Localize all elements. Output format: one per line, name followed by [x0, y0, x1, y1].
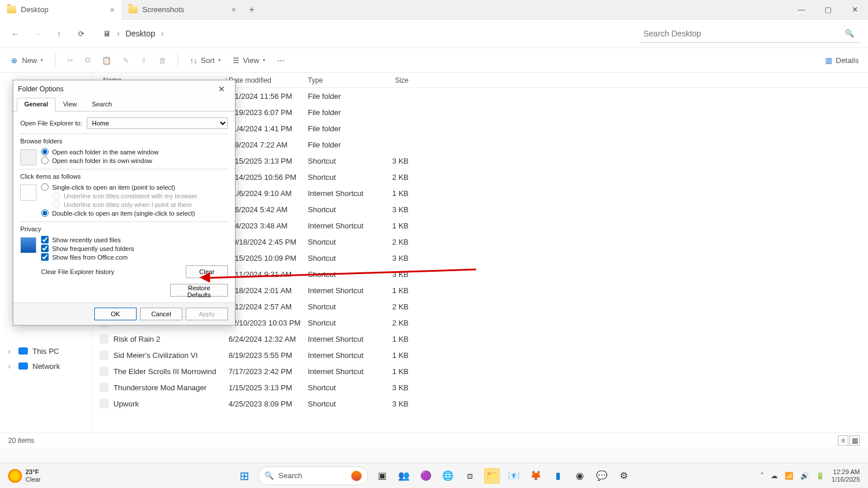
close-icon[interactable]: ×	[110, 5, 115, 14]
table-row[interactable]: Thunderstore Mod Manager1/15/2025 3:13 P…	[93, 379, 868, 395]
clear-button[interactable]: Clear	[186, 265, 228, 278]
open-explorer-select[interactable]: Home	[87, 117, 228, 129]
close-icon[interactable]: ×	[231, 5, 236, 14]
table-row[interactable]: Upwork4/25/2023 8:09 PMShortcut3 KB	[93, 395, 868, 412]
chevron-right-icon[interactable]: ›	[161, 29, 164, 38]
open-explorer-label: Open File Explorer to:	[20, 120, 82, 127]
clock[interactable]: 12:29 AM 1/16/2025	[832, 468, 860, 482]
privacy-title: Privacy	[20, 225, 228, 232]
file-type: Internet Shortcut	[308, 351, 373, 360]
tree-network[interactable]: › Network	[0, 358, 92, 374]
new-tab-button[interactable]: +	[243, 5, 260, 15]
ok-button[interactable]: OK	[94, 308, 137, 320]
radio-double-click[interactable]: Double-click to open an item (single-cli…	[41, 209, 228, 217]
explorer-icon[interactable]: 📁	[484, 468, 500, 484]
tab-general[interactable]: General	[17, 98, 56, 112]
tab-screenshots[interactable]: Screenshots ×	[122, 0, 243, 20]
up-button[interactable]: ↑	[53, 29, 65, 38]
tree-this-pc[interactable]: › This PC	[0, 343, 92, 358]
cut-button[interactable]: ✂	[67, 56, 73, 65]
check-office-files[interactable]: Show files from Office.com	[41, 253, 228, 261]
back-button[interactable]: ←	[9, 29, 21, 38]
radio-same-window[interactable]: Open each folder in the same window	[41, 148, 228, 156]
start-button[interactable]: ⊞	[236, 468, 252, 484]
grid-view-toggle[interactable]: ▦	[849, 435, 860, 446]
check-recent-files[interactable]: Show recently used files	[41, 236, 228, 243]
file-icon	[100, 367, 109, 376]
table-row[interactable]: Risk of Rain 26/24/2024 12:32 AMInternet…	[93, 331, 868, 347]
col-size[interactable]: Size	[373, 76, 413, 84]
paste-icon: 📋	[102, 56, 111, 65]
teams-icon[interactable]: 👥	[396, 468, 412, 484]
task-view-button[interactable]: ▣	[374, 468, 390, 484]
taskbar-search[interactable]: 🔍 Search	[258, 467, 368, 485]
details-pane-button[interactable]: ▥ Details	[825, 56, 859, 65]
tab-desktop[interactable]: Desktop ×	[0, 0, 122, 20]
col-type[interactable]: Type	[308, 76, 373, 84]
delete-button[interactable]: 🗑	[159, 56, 166, 65]
tray-chevron-icon[interactable]: ˄	[760, 472, 764, 480]
chevron-right-icon: ›	[117, 29, 120, 38]
minimize-button[interactable]: —	[788, 0, 815, 20]
close-window-button[interactable]: ✕	[841, 0, 868, 20]
refresh-button[interactable]: ⟳	[75, 29, 87, 38]
details-view-toggle[interactable]: ≡	[838, 435, 848, 446]
file-type: Shortcut	[308, 238, 373, 246]
rename-button[interactable]: ✎	[123, 56, 129, 65]
dialog-close-button[interactable]: ✕	[213, 84, 230, 94]
table-row[interactable]: The Elder Scrolls III Morrowind7/17/2023…	[93, 363, 868, 379]
address-bar[interactable]: 🖥 › Desktop ›	[103, 29, 164, 38]
firefox-icon[interactable]: 🦊	[528, 468, 544, 484]
wifi-icon[interactable]: 📶	[785, 472, 793, 480]
weather-icon	[8, 469, 22, 483]
file-date: 1/15/2025 3:13 PM	[229, 157, 308, 165]
chat-icon[interactable]: 💬	[594, 468, 610, 484]
more-button[interactable]: ⋯	[277, 56, 285, 65]
view-button[interactable]: ☰ View ▾	[233, 56, 266, 65]
sort-button[interactable]: ↑↓ Sort ▾	[190, 56, 221, 65]
file-type: Shortcut	[308, 254, 373, 263]
restore-defaults-button[interactable]: Restore Defaults	[170, 284, 228, 297]
new-button[interactable]: ⊕ New ▾	[9, 56, 43, 65]
chevron-right-icon[interactable]: ›	[8, 347, 14, 356]
file-icon	[100, 383, 109, 392]
breadcrumb[interactable]: Desktop	[126, 29, 155, 38]
dialog-title: Folder Options	[18, 85, 64, 93]
tab-view[interactable]: View	[56, 98, 84, 111]
paste-button[interactable]: 📋	[102, 56, 111, 65]
maximize-button[interactable]: ▢	[815, 0, 841, 20]
col-date[interactable]: Date modified	[229, 76, 308, 84]
search-icon[interactable]: 🔍	[845, 29, 854, 38]
settings-icon[interactable]: ⚙	[616, 468, 632, 484]
radio-single-click[interactable]: Single-click to open an item (point to s…	[41, 183, 228, 191]
search-box[interactable]: 🔍	[639, 24, 859, 43]
navigation-bar: ← → ↑ ⟳ 🖥 › Desktop › 🔍	[0, 20, 868, 47]
onedrive-icon[interactable]: ☁	[771, 472, 778, 480]
status-bar: 20 items ≡ ▦	[0, 432, 868, 448]
copilot-icon[interactable]: 🟣	[418, 468, 434, 484]
taskbar[interactable]: 23°F Clear ⊞ 🔍 Search ▣ 👥 🟣 🌐 ⧈ 📁 📧 🦊 ▮ …	[0, 463, 868, 488]
chevron-right-icon[interactable]: ›	[8, 362, 14, 371]
file-size: 2 KB	[373, 173, 413, 182]
edge-icon[interactable]: 🌐	[440, 468, 456, 484]
weather-widget[interactable]: 23°F Clear	[0, 468, 41, 482]
cancel-button[interactable]: Cancel	[140, 308, 182, 320]
tab-search[interactable]: Search	[84, 98, 120, 111]
table-row[interactable]: Sid Meier's Civilization VI8/19/2023 5:5…	[93, 347, 868, 363]
check-frequent-folders[interactable]: Show frequently used folders	[41, 245, 228, 252]
network-icon	[19, 363, 28, 369]
outlook-icon[interactable]: 📧	[506, 468, 522, 484]
file-date: 12/10/2023 10:03 PM	[229, 319, 308, 327]
radio-own-window[interactable]: Open each folder in its own window	[41, 157, 228, 164]
volume-icon[interactable]: 🔊	[800, 472, 809, 480]
share-button[interactable]: ⇪	[141, 56, 147, 65]
file-type: Internet Shortcut	[308, 286, 373, 295]
chrome-icon[interactable]: ◉	[572, 468, 588, 484]
search-input[interactable]	[643, 29, 845, 38]
apply-button[interactable]: Apply	[186, 308, 228, 320]
forward-button[interactable]: →	[31, 29, 43, 38]
dropbox-icon[interactable]: ⧈	[462, 468, 478, 484]
vscode-icon[interactable]: ▮	[550, 468, 566, 484]
battery-icon[interactable]: 🔋	[816, 472, 825, 480]
copy-button[interactable]: ⧉	[85, 56, 90, 65]
